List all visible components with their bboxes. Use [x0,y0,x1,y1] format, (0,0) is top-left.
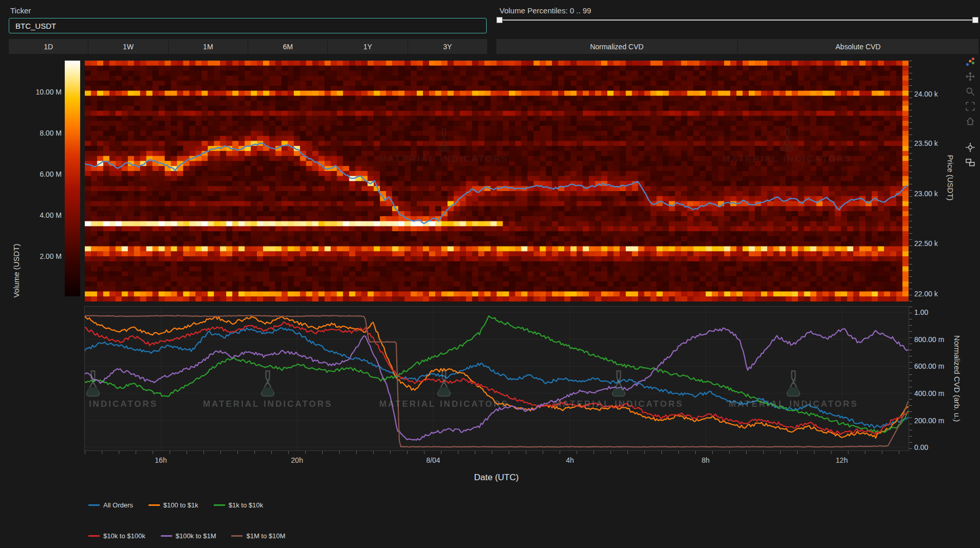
legend-item-1k-to-10k[interactable]: $1k to $10k [214,501,263,509]
heatmap-plot-area: MATERIAL INDICATORS MATERIAL INDICATORS [85,61,909,301]
legend-item-1m-to-10m[interactable]: $1M to $10M [231,532,285,540]
legend-swatch [149,504,160,506]
legend-item-all-orders[interactable]: All Orders [88,501,133,509]
cvd-axis-ticks [909,307,912,451]
ticker-input[interactable] [9,18,487,33]
price-axis-ticks [909,61,912,301]
reset-axes-icon[interactable] [965,116,975,126]
legend-swatch [88,504,100,506]
timeframe-button-1m[interactable]: 1M [168,39,248,54]
cvd-tick: 800.00 m [914,335,944,344]
timeframe-button-row: 1D 1W 1M 6M 1Y 3Y [9,39,487,54]
legend-label: $1M to $10M [246,532,285,540]
legend-row: All Orders $100 to $1k $1k to $10k [88,501,263,509]
x-tick: 8h [682,456,729,464]
firecharts-app: Ticker 1D 1W 1M 6M 1Y 3Y Volume Percenti… [0,0,980,548]
volume-tick: 6.00 M [16,170,62,178]
price-tick: 22.50 k [914,239,938,248]
timeframe-button-6m[interactable]: 6M [248,39,327,54]
volume-tick: 8.00 M [16,129,62,137]
price-tick: 22.00 k [914,290,938,298]
x-tick: 4h [547,456,593,464]
hover-closest-icon[interactable] [965,142,975,153]
legend-swatch [161,535,172,537]
legend-swatch [88,535,100,537]
hover-compare-icon[interactable] [965,157,975,167]
price-tick: 23.50 k [914,139,938,147]
volume-tick: 2.00 M [16,252,62,260]
cvd-axis-title: Normalized CVD (arb. u.) [953,335,961,422]
legend-label: All Orders [103,501,133,509]
x-axis-ticks [85,451,909,454]
timeframe-button-1d[interactable]: 1D [9,39,88,54]
cvd-tick: 1.00 [914,308,928,316]
legend-item-100k-to-1m[interactable]: $100k to $1M [161,532,216,540]
volume-tick: 4.00 M [16,211,62,219]
legend-label: $1k to $10k [229,501,263,509]
x-tick: 8/04 [410,456,456,464]
legend-label: $10k to $100k [103,532,145,540]
slider-track[interactable] [496,20,978,21]
plotly-logo-icon[interactable] [965,56,975,67]
volume-axis-title: Volume (USDT) [12,243,21,297]
cvd-plot-area: MATERIAL INDICATORS MATERIAL INDICATORS … [85,307,909,450]
legend-label: $100 to $1k [163,501,198,509]
slider-handle-min[interactable] [496,17,503,23]
timeframe-button-3y[interactable]: 3Y [408,39,487,54]
volume-tick: 10.00 M [16,88,62,96]
price-tick: 24.00 k [914,90,938,98]
volume-percentiles-slider[interactable] [496,16,978,24]
cvd-tick: 600.00 m [914,362,944,370]
cvd-tick: 0.00 [914,443,928,451]
cvd-mode-button-row: Normalized CVD Absolute CVD [496,39,978,54]
volume-percentiles-label: Volume Percentiles: 0 .. 99 [500,6,591,15]
legend-item-10k-to-100k[interactable]: $10k to $100k [88,532,145,540]
absolute-cvd-button[interactable]: Absolute CVD [737,39,979,54]
zoom-icon[interactable] [965,86,975,97]
heatmap-canvas[interactable] [85,61,909,301]
ticker-label: Ticker [10,6,31,15]
legend-swatch [231,535,243,537]
cvd-tick: 200.00 m [914,417,944,425]
price-axis-title: Price (USDT) [946,155,955,200]
x-tick: 12h [819,456,865,464]
volume-colorbar [65,61,80,296]
pan-icon[interactable] [965,71,975,82]
slider-handle-max[interactable] [972,17,978,23]
legend-label: $100k to $1M [176,532,216,540]
legend-item-100-to-1k[interactable]: $100 to $1k [149,501,198,509]
cvd-canvas[interactable] [85,307,909,450]
timeframe-button-1y[interactable]: 1Y [327,39,407,54]
legend-row: $10k to $100k $100k to $1M $1M to $10M [88,532,285,540]
chart-modebar [965,56,975,167]
normalized-cvd-button[interactable]: Normalized CVD [496,39,737,54]
x-tick: 16h [138,456,184,464]
cvd-tick: 400.00 m [914,389,944,398]
x-axis-title: Date (UTC) [474,473,519,483]
timeframe-button-1w[interactable]: 1W [88,39,168,54]
price-tick: 23.00 k [914,190,938,198]
legend-swatch [214,504,225,506]
autoscale-icon[interactable] [965,101,975,111]
x-tick: 20h [274,456,320,464]
